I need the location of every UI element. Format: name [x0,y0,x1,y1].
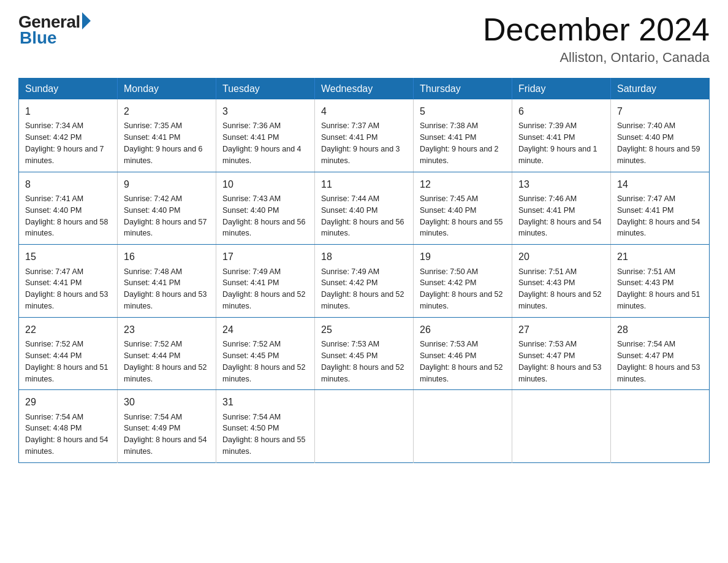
calendar-cell: 13 Sunrise: 7:46 AMSunset: 4:41 PMDaylig… [512,172,611,245]
calendar-cell: 2 Sunrise: 7:35 AMSunset: 4:41 PMDayligh… [118,99,216,172]
day-info: Sunrise: 7:38 AMSunset: 4:41 PMDaylight:… [420,121,499,165]
day-number: 16 [124,250,210,264]
day-info: Sunrise: 7:52 AMSunset: 4:44 PMDaylight:… [25,340,108,383]
calendar-cell: 25 Sunrise: 7:53 AMSunset: 4:45 PMDaylig… [315,317,414,390]
day-info: Sunrise: 7:53 AMSunset: 4:45 PMDaylight:… [321,340,404,383]
calendar-cell: 17 Sunrise: 7:49 AMSunset: 4:41 PMDaylig… [216,245,315,318]
column-header-saturday: Saturday [611,79,710,100]
day-info: Sunrise: 7:52 AMSunset: 4:45 PMDaylight:… [222,340,306,383]
calendar-cell: 6 Sunrise: 7:39 AMSunset: 4:41 PMDayligh… [512,99,611,172]
day-info: Sunrise: 7:39 AMSunset: 4:41 PMDaylight:… [518,121,597,165]
day-info: Sunrise: 7:37 AMSunset: 4:41 PMDaylight:… [321,121,400,165]
day-info: Sunrise: 7:46 AMSunset: 4:41 PMDaylight:… [518,194,602,238]
day-info: Sunrise: 7:54 AMSunset: 4:50 PMDaylight:… [222,413,306,456]
day-number: 21 [617,250,703,264]
logo-blue-text: Blue [20,28,57,48]
day-number: 31 [222,395,308,409]
calendar-week-row: 1 Sunrise: 7:34 AMSunset: 4:42 PMDayligh… [19,99,710,172]
day-info: Sunrise: 7:49 AMSunset: 4:42 PMDaylight:… [321,267,404,311]
calendar-cell: 30 Sunrise: 7:54 AMSunset: 4:49 PMDaylig… [118,390,216,463]
column-header-sunday: Sunday [19,79,118,100]
calendar-week-row: 15 Sunrise: 7:47 AMSunset: 4:41 PMDaylig… [19,245,710,318]
calendar-cell: 10 Sunrise: 7:43 AMSunset: 4:40 PMDaylig… [216,172,315,245]
day-number: 6 [518,104,604,118]
day-info: Sunrise: 7:48 AMSunset: 4:41 PMDaylight:… [124,267,207,311]
day-info: Sunrise: 7:50 AMSunset: 4:42 PMDaylight:… [420,267,503,311]
column-header-friday: Friday [512,79,611,100]
day-info: Sunrise: 7:45 AMSunset: 4:40 PMDaylight:… [420,194,503,238]
calendar-cell: 8 Sunrise: 7:41 AMSunset: 4:40 PMDayligh… [19,172,118,245]
day-number: 5 [420,104,506,118]
day-info: Sunrise: 7:53 AMSunset: 4:46 PMDaylight:… [420,340,503,383]
day-info: Sunrise: 7:42 AMSunset: 4:40 PMDaylight:… [124,194,207,238]
day-number: 3 [222,104,308,118]
day-number: 22 [25,323,111,337]
day-info: Sunrise: 7:51 AMSunset: 4:43 PMDaylight:… [617,267,700,311]
day-info: Sunrise: 7:44 AMSunset: 4:40 PMDaylight:… [321,194,404,238]
day-number: 23 [124,323,210,337]
calendar-cell: 26 Sunrise: 7:53 AMSunset: 4:46 PMDaylig… [414,317,512,390]
day-number: 24 [222,323,308,337]
column-header-tuesday: Tuesday [216,79,315,100]
day-number: 18 [321,250,407,264]
calendar-cell [414,390,512,463]
calendar-cell: 4 Sunrise: 7:37 AMSunset: 4:41 PMDayligh… [315,99,414,172]
day-info: Sunrise: 7:54 AMSunset: 4:47 PMDaylight:… [617,340,700,383]
calendar-cell: 16 Sunrise: 7:48 AMSunset: 4:41 PMDaylig… [118,245,216,318]
calendar-cell: 28 Sunrise: 7:54 AMSunset: 4:47 PMDaylig… [611,317,710,390]
calendar-cell: 1 Sunrise: 7:34 AMSunset: 4:42 PMDayligh… [19,99,118,172]
day-number: 9 [124,177,210,191]
calendar-week-row: 22 Sunrise: 7:52 AMSunset: 4:44 PMDaylig… [19,317,710,390]
day-info: Sunrise: 7:53 AMSunset: 4:47 PMDaylight:… [518,340,602,383]
calendar-cell: 19 Sunrise: 7:50 AMSunset: 4:42 PMDaylig… [414,245,512,318]
calendar-cell: 31 Sunrise: 7:54 AMSunset: 4:50 PMDaylig… [216,390,315,463]
day-number: 25 [321,323,407,337]
title-section: December 2024 Alliston, Ontario, Canada [483,12,710,66]
location-subtitle: Alliston, Ontario, Canada [483,50,710,66]
column-header-wednesday: Wednesday [315,79,414,100]
logo: General Blue [18,12,91,48]
day-info: Sunrise: 7:41 AMSunset: 4:40 PMDaylight:… [25,194,108,238]
day-info: Sunrise: 7:35 AMSunset: 4:41 PMDaylight:… [124,121,203,165]
day-number: 13 [518,177,604,191]
logo-arrow-icon [82,12,91,29]
day-info: Sunrise: 7:47 AMSunset: 4:41 PMDaylight:… [25,267,108,311]
day-number: 17 [222,250,308,264]
day-number: 15 [25,250,111,264]
day-number: 8 [25,177,111,191]
day-info: Sunrise: 7:54 AMSunset: 4:49 PMDaylight:… [124,413,207,456]
day-number: 19 [420,250,506,264]
calendar-cell [512,390,611,463]
day-info: Sunrise: 7:52 AMSunset: 4:44 PMDaylight:… [124,340,207,383]
calendar-cell: 20 Sunrise: 7:51 AMSunset: 4:43 PMDaylig… [512,245,611,318]
calendar-cell: 12 Sunrise: 7:45 AMSunset: 4:40 PMDaylig… [414,172,512,245]
day-number: 14 [617,177,703,191]
column-header-thursday: Thursday [414,79,512,100]
calendar-cell: 5 Sunrise: 7:38 AMSunset: 4:41 PMDayligh… [414,99,512,172]
day-number: 11 [321,177,407,191]
calendar-cell: 22 Sunrise: 7:52 AMSunset: 4:44 PMDaylig… [19,317,118,390]
day-info: Sunrise: 7:34 AMSunset: 4:42 PMDaylight:… [25,121,104,165]
calendar-cell: 27 Sunrise: 7:53 AMSunset: 4:47 PMDaylig… [512,317,611,390]
day-number: 7 [617,104,703,118]
calendar-cell: 15 Sunrise: 7:47 AMSunset: 4:41 PMDaylig… [19,245,118,318]
day-number: 1 [25,104,111,118]
calendar-cell: 11 Sunrise: 7:44 AMSunset: 4:40 PMDaylig… [315,172,414,245]
day-number: 29 [25,395,111,409]
day-number: 2 [124,104,210,118]
calendar-week-row: 29 Sunrise: 7:54 AMSunset: 4:48 PMDaylig… [19,390,710,463]
day-info: Sunrise: 7:54 AMSunset: 4:48 PMDaylight:… [25,413,108,456]
day-number: 28 [617,323,703,337]
day-number: 20 [518,250,604,264]
day-number: 4 [321,104,407,118]
calendar-cell: 3 Sunrise: 7:36 AMSunset: 4:41 PMDayligh… [216,99,315,172]
page-header: General Blue December 2024 Alliston, Ont… [18,12,710,66]
day-info: Sunrise: 7:40 AMSunset: 4:40 PMDaylight:… [617,121,700,165]
calendar-cell: 23 Sunrise: 7:52 AMSunset: 4:44 PMDaylig… [118,317,216,390]
calendar-cell: 14 Sunrise: 7:47 AMSunset: 4:41 PMDaylig… [611,172,710,245]
calendar-week-row: 8 Sunrise: 7:41 AMSunset: 4:40 PMDayligh… [19,172,710,245]
day-number: 27 [518,323,604,337]
calendar-header: SundayMondayTuesdayWednesdayThursdayFrid… [19,79,710,100]
calendar-cell: 29 Sunrise: 7:54 AMSunset: 4:48 PMDaylig… [19,390,118,463]
column-header-monday: Monday [118,79,216,100]
